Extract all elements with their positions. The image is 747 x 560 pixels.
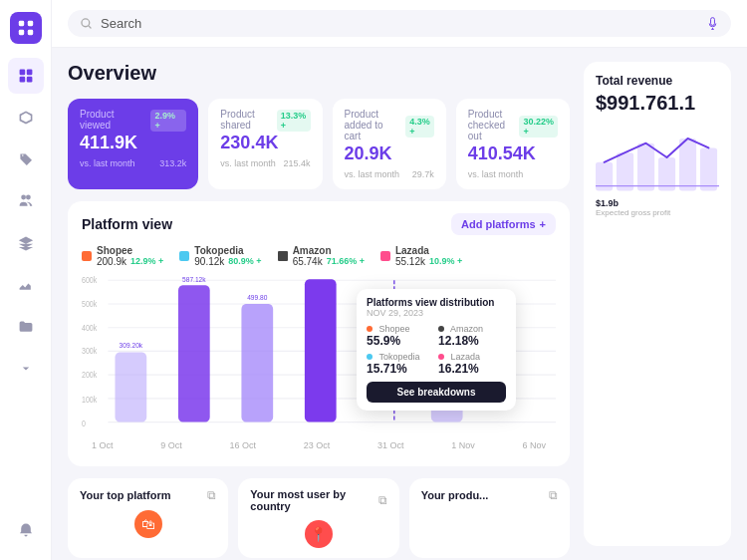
bottom-card-title-0: Your top platform [80,489,170,501]
bottom-card-header-1: Your most user by country ⧉ [250,488,386,512]
country-icon: 📍 [305,520,333,548]
main-area: Overview Product viewed 2.9% + 411.9K vs… [52,0,747,560]
tooltip-amazon: Amazon 12.18% [438,324,506,348]
stat-value-1: 230.4K [220,133,310,154]
svg-rect-4 [19,70,25,76]
legend-shopee: Shopee 200.9k 12.9% + [82,245,163,267]
bottom-cards-row: Your top platform ⧉ 🛍 Your most user by … [68,478,570,558]
svg-rect-0 [18,21,23,26]
x-label-4: 31 Oct [377,440,404,450]
sidebar-item-layers[interactable] [8,225,44,261]
chart-x-labels: 1 Oct 9 Oct 16 Oct 23 Oct 31 Oct 1 Nov 6… [82,440,556,450]
x-label-2: 16 Oct [229,440,256,450]
bar-chart: 0 100k 200k 300k 400k 500k 600k 309.20k … [82,275,556,454]
bottom-card-top-platform: Your top platform ⧉ 🛍 [68,478,228,558]
stats-row: Product viewed 2.9% + 411.9K vs. last mo… [68,99,570,189]
bottom-card-products: Your produ... ⧉ [409,478,570,558]
right-panel: Total revenue $991.761.1 [584,62,731,546]
external-icon-0[interactable]: ⧉ [207,488,216,502]
see-breakdowns-button[interactable]: See breakdowns [367,382,506,403]
stat-label-2: Product added to cart [345,109,402,141]
tokopedia-dot [179,251,189,261]
chart-tooltip: Platforms view distribution NOV 29, 2023… [357,289,516,411]
sidebar-item-analytics[interactable] [8,267,44,303]
x-label-0: 1 Oct [92,440,114,450]
svg-text:587.12k: 587.12k [182,275,206,284]
left-panel: Overview Product viewed 2.9% + 411.9K vs… [68,62,570,546]
svg-text:630.19k: 630.19k [309,275,333,277]
svg-rect-35 [617,152,633,190]
lazada-dot [380,251,390,261]
tooltip-lazada: Lazada 16.21% [438,352,506,376]
svg-rect-5 [26,70,32,76]
revenue-card: Total revenue $991.761.1 [584,62,731,546]
external-icon-2[interactable]: ⧉ [549,488,558,502]
svg-text:300k: 300k [82,347,97,357]
platform-view-card: Platform view Add platforms + Shopee 200… [68,201,570,466]
amazon-dot [278,251,288,261]
stat-card-product-shared: Product shared 13.3% + 230.4K vs. last m… [208,99,322,189]
svg-rect-29 [305,279,337,421]
svg-text:600k: 600k [82,275,97,285]
content-area: Overview Product viewed 2.9% + 411.9K vs… [52,48,747,560]
svg-rect-2 [18,30,23,35]
svg-rect-36 [637,143,654,191]
external-icon-1[interactable]: ⧉ [378,493,387,507]
svg-rect-1 [27,21,32,26]
svg-text:499.80: 499.80 [247,292,267,302]
svg-rect-38 [679,139,696,190]
stat-sub-3: vs. last month [468,169,558,179]
sidebar-item-products[interactable] [8,100,44,136]
stat-value-2: 20.9K [345,143,434,165]
legend-tokopedia: Tokopedia 90.12k 80.9% + [179,245,261,267]
revenue-chart-svg [596,123,719,192]
stat-badge-1: 13.3% + [277,110,311,132]
revenue-chart [596,123,719,192]
app-logo [10,12,42,44]
svg-point-8 [82,19,90,27]
platform-icon-shopee: 🛍 [134,510,162,538]
stat-badge-3: 30.22% + [519,116,558,138]
sidebar-item-download[interactable] [8,351,44,387]
platform-view-title: Platform view [82,216,172,232]
sidebar-item-notifications[interactable] [8,512,44,548]
page-title: Overview [68,62,570,85]
x-label-1: 9 Oct [160,440,182,450]
svg-rect-27 [241,303,273,421]
sidebar-item-folders[interactable] [8,309,44,345]
bottom-card-header-0: Your top platform ⧉ [80,488,216,502]
stat-card-product-viewed: Product viewed 2.9% + 411.9K vs. last mo… [68,99,198,189]
svg-rect-23 [115,352,146,421]
search-input[interactable] [101,16,698,31]
svg-text:200k: 200k [82,370,97,380]
stat-value-3: 410.54K [468,143,558,165]
stat-sub-0: vs. last month 313.2k [80,158,186,168]
revenue-sub: $1.9b [596,198,719,208]
tooltip-shopee: Shopee 55.9% [367,324,434,348]
stat-sub-2: vs. last month 29.7k [345,169,434,179]
topbar [52,0,747,48]
bottom-card-by-country: Your most user by country ⧉ 📍 [238,478,398,558]
sidebar-item-users[interactable] [8,183,44,219]
tooltip-date: NOV 29, 2023 [367,308,506,318]
search-bar[interactable] [68,10,731,37]
sidebar-item-overview[interactable] [8,58,44,94]
stat-badge-2: 4.3% + [405,116,434,138]
sidebar-item-tags[interactable] [8,141,44,177]
tooltip-title: Platforms view distribution [367,297,506,308]
revenue-value: $991.761.1 [596,92,719,115]
stat-badge-0: 2.9% + [150,110,186,132]
mic-icon [706,17,719,30]
svg-text:400k: 400k [82,323,97,333]
platform-legend: Shopee 200.9k 12.9% + Tokopedia [82,245,556,267]
bottom-card-title-1: Your most user by country [250,488,377,512]
x-label-6: 6 Nov [522,440,546,450]
stat-label-0: Product viewed [80,109,146,131]
svg-rect-3 [27,30,32,35]
stat-card-added-to-cart: Product added to cart 4.3% + 20.9K vs. l… [333,99,446,189]
svg-rect-39 [700,147,717,190]
x-label-5: 1 Nov [451,440,475,450]
stat-label-3: Product checked out [468,109,516,141]
platform-header: Platform view Add platforms + [82,213,556,235]
add-platforms-button[interactable]: Add platforms + [451,213,556,235]
